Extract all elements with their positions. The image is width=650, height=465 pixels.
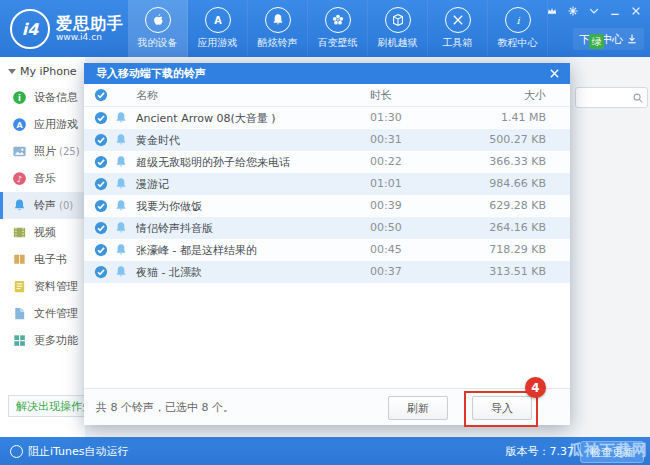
nav-item-label: 我的设备 — [138, 36, 178, 50]
close-icon[interactable] — [630, 5, 642, 17]
select-all-checkbox[interactable] — [94, 88, 108, 102]
sidebar-item-label: 文件管理 — [34, 306, 78, 321]
minimize-icon[interactable] — [609, 5, 621, 17]
cube-icon — [385, 7, 411, 33]
info-icon: i — [505, 7, 531, 33]
row-checkbox[interactable] — [94, 243, 108, 257]
doc-icon — [12, 279, 27, 294]
nav-item[interactable]: 酷炫铃声 — [248, 0, 308, 57]
row-checkbox[interactable] — [94, 111, 108, 125]
search-icon — [632, 92, 644, 104]
device-node[interactable]: My iPhone — [0, 57, 85, 84]
refresh-button[interactable]: 刷新 — [388, 396, 448, 420]
sidebar-item[interactable]: 文件管理 — [0, 300, 85, 327]
sidebar-item-count: (25) — [59, 146, 80, 157]
sidebar-item[interactable]: 照片 (25) — [0, 138, 85, 165]
nav-item-label: 工具箱 — [443, 36, 473, 50]
nav-item-label: 百变壁纸 — [318, 36, 358, 50]
nav-item-label: 刷机越狱 — [378, 36, 418, 50]
sidebar: My iPhone i 设备信息 A 应用游戏 照片 — [0, 57, 86, 437]
nav-item[interactable]: 工具箱 — [428, 0, 488, 57]
dialog-footer: 共 8 个铃声，已选中 8 个。 刷新 导入 4 — [84, 388, 570, 425]
download-center-button[interactable]: 下载中心 — [573, 28, 644, 50]
sidebar-item[interactable]: 视频 — [0, 219, 85, 246]
ringtone-size: 629.28 KB — [489, 199, 546, 212]
device-name: My iPhone — [20, 65, 77, 78]
appstore-circle-icon: A — [12, 117, 27, 132]
sidebar-item[interactable]: i 设备信息 — [0, 84, 85, 111]
main-nav: 我的设备 A 应用游戏 酷炫铃声 百变壁纸 — [128, 0, 548, 57]
crown-icon[interactable] — [546, 5, 558, 17]
row-checkbox[interactable] — [94, 133, 108, 147]
gear-icon[interactable] — [567, 5, 579, 17]
watermark-green-badge: 绿 — [589, 34, 604, 49]
sidebar-item-label: 更多功能 — [34, 333, 78, 348]
row-checkbox[interactable] — [94, 265, 108, 279]
ringtone-name: Ancient Arrow 08(大音量 ) — [136, 111, 355, 126]
bell-icon — [265, 7, 291, 33]
ringtone-duration: 00:22 — [370, 155, 402, 168]
check-update-button[interactable]: 检查更新 — [580, 441, 644, 463]
column-size: 大小 — [524, 88, 546, 103]
sidebar-item-label: 音乐 — [34, 171, 56, 186]
dialog-title: 导入移动端下载的铃声 — [96, 66, 548, 81]
itunes-autorun-checkbox[interactable] — [10, 445, 23, 458]
bell-icon — [114, 243, 128, 257]
ringtone-name: 超级无敌聪明的孙子给您来电话 — [136, 155, 355, 170]
nav-item[interactable]: A 应用游戏 — [188, 0, 248, 57]
ringtone-duration: 00:31 — [370, 133, 402, 146]
svg-text:A: A — [16, 121, 23, 130]
column-name: 名称 — [136, 88, 158, 103]
chevron-down-icon[interactable] — [588, 5, 600, 17]
ringtone-name: 夜猫 - 北漂款 — [136, 265, 355, 280]
nav-item[interactable]: 百变壁纸 — [308, 0, 368, 57]
ringtone-duration: 00:50 — [370, 221, 402, 234]
appstore-icon: A — [205, 7, 231, 33]
table-row[interactable]: 情侣铃声抖音版 00:50 264.16 KB — [84, 217, 570, 239]
grid-icon — [12, 333, 27, 348]
statusbar: 阻止iTunes自动运行 版本号：7.37 检查更新 — [0, 437, 650, 465]
bell-icon — [114, 155, 128, 169]
app-url: www.i4.cn — [56, 33, 124, 43]
search-box[interactable] — [575, 87, 648, 108]
bell-icon — [114, 265, 128, 279]
sidebar-item[interactable]: 更多功能 — [0, 327, 85, 354]
svg-text:i: i — [18, 93, 21, 103]
table-row[interactable]: 夜猫 - 北漂款 00:37 313.51 KB — [84, 261, 570, 283]
sidebar-item[interactable]: 铃声 (0) — [0, 192, 85, 219]
selection-summary: 共 8 个铃声，已选中 8 个。 — [96, 400, 234, 415]
ringtone-size: 984.66 KB — [489, 177, 546, 190]
table-row[interactable]: Ancient Arrow 08(大音量 ) 01:30 1.41 MB — [84, 107, 570, 129]
table-row[interactable]: 张濠峰 - 都是这样结果的 00:45 718.29 KB — [84, 239, 570, 261]
table-header: 名称 时长 大小 — [84, 84, 570, 107]
close-icon[interactable] — [548, 67, 561, 80]
import-button[interactable]: 导入 — [472, 396, 532, 420]
sidebar-item-count: (0) — [59, 200, 73, 211]
sidebar-item[interactable]: ♪ 音乐 — [0, 165, 85, 192]
ringtone-duration: 00:39 — [370, 199, 402, 212]
table-row[interactable]: 超级无敌聪明的孙子给您来电话 00:22 366.33 KB — [84, 151, 570, 173]
row-checkbox[interactable] — [94, 199, 108, 213]
ringtone-duration: 01:30 — [370, 111, 402, 124]
row-checkbox[interactable] — [94, 177, 108, 191]
ringtone-name: 情侣铃声抖音版 — [136, 221, 355, 236]
table-row[interactable]: 漫游记 01:01 984.66 KB — [84, 173, 570, 195]
sidebar-item[interactable]: 电子书 — [0, 246, 85, 273]
sidebar-item[interactable]: 资料管理 — [0, 273, 85, 300]
sidebar-item-label: 照片 — [34, 144, 56, 159]
nav-item[interactable]: 刷机越狱 — [368, 0, 428, 57]
nav-item[interactable]: i 教程中心 — [488, 0, 548, 57]
row-checkbox[interactable] — [94, 221, 108, 235]
window-controls — [546, 5, 642, 17]
table-row[interactable]: 我要为你做饭 00:39 629.28 KB — [84, 195, 570, 217]
search-input[interactable] — [576, 92, 632, 103]
import-ringtones-dialog: 导入移动端下载的铃声 名称 时长 大小 Ancient Arrow 08(大音量… — [84, 63, 570, 425]
sidebar-item[interactable]: A 应用游戏 — [0, 111, 85, 138]
sidebar-item-label: 铃声 — [34, 198, 56, 213]
table-row[interactable]: 黄金时代 00:31 500.27 KB — [84, 129, 570, 151]
photo-icon — [12, 144, 27, 159]
nav-item[interactable]: 我的设备 — [128, 0, 188, 57]
nav-item-label: 教程中心 — [498, 36, 538, 50]
ringtone-size: 313.51 KB — [489, 265, 546, 278]
row-checkbox[interactable] — [94, 155, 108, 169]
